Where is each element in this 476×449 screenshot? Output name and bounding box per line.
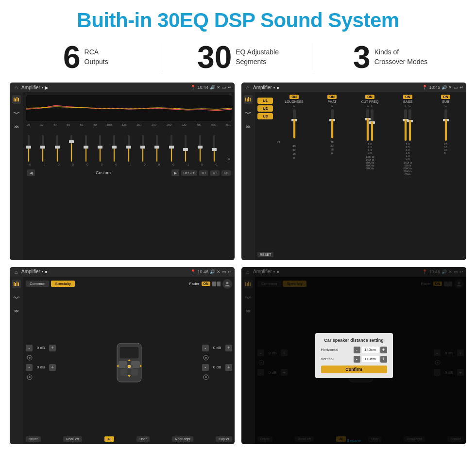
feature-text-eq: EQ Adjustable Segments (236, 48, 279, 67)
feature-number-crossover: 3 (353, 42, 371, 73)
eq-slider-7[interactable] (128, 135, 130, 162)
amp-u3-btn[interactable]: U3 (257, 113, 273, 119)
status-icons-3: 📍 10:46 🔊 ✕ ▭ ↩ (190, 269, 232, 274)
dialog-vertical-minus[interactable]: - (354, 356, 360, 363)
svg-rect-8 (250, 98, 251, 101)
eq-slider-1[interactable] (42, 135, 44, 162)
cs-specialty-btn[interactable]: Specialty (51, 281, 74, 287)
svg-rect-10 (15, 283, 16, 286)
cs-common-btn[interactable]: Common (26, 281, 49, 287)
sub-slider[interactable] (444, 109, 447, 141)
cs-rearright-btn[interactable]: RearRight (172, 436, 193, 442)
cutfreq-on-badge[interactable]: ON (365, 95, 374, 99)
loudness-slider[interactable] (293, 109, 296, 138)
eq-slider-10[interactable] (170, 135, 172, 162)
cutfreq-slider-f[interactable] (371, 109, 374, 141)
cs-tr-plus[interactable]: + (225, 345, 232, 351)
cs-driver-btn[interactable]: Driver (26, 436, 41, 442)
eq-main-area: 25 32 40 50 63 80 100 125 160 200 250 32… (23, 92, 235, 260)
sidebar-eq-icon-3[interactable] (12, 280, 21, 288)
cs-all-btn[interactable]: All (104, 436, 114, 442)
svg-rect-7 (248, 97, 249, 101)
cs-fader-toggle[interactable] (212, 282, 221, 286)
svg-rect-23 (131, 369, 138, 376)
sidebar-arrow-icon[interactable] (12, 122, 21, 131)
home-icon-1[interactable]: ⌂ (13, 84, 19, 91)
dialog-confirm-button[interactable]: Confirm (321, 366, 387, 373)
cs-br-plus[interactable]: + (225, 364, 232, 371)
speaker-distance-dialog: Car speaker distance setting Horizontal … (315, 333, 393, 378)
eq-u3-btn[interactable]: U3 (221, 170, 231, 176)
eq-slider-3[interactable] (70, 135, 72, 162)
dialog-overlay: Car speaker distance setting Horizontal … (241, 267, 466, 445)
eq-slider-5[interactable] (99, 135, 101, 162)
eq-slider-11[interactable] (185, 135, 187, 162)
home-icon-3[interactable]: ⌂ (13, 268, 19, 275)
cutfreq-slider-g[interactable] (366, 109, 369, 141)
cs-on-badge[interactable]: ON (202, 282, 211, 286)
cs-br-minus[interactable]: - (202, 364, 209, 371)
cs-bl-value: 0 dB (34, 365, 48, 369)
cs-copilot-btn[interactable]: Copilot (216, 436, 232, 442)
bass-slider-g[interactable] (408, 109, 411, 141)
eq-next-btn[interactable]: ▶ (171, 169, 179, 176)
back-icon-1[interactable]: ↩ (228, 85, 232, 90)
sidebar-wave-icon-2[interactable] (244, 109, 253, 117)
cs-tr-minus[interactable]: - (202, 345, 209, 351)
status-title-2: Amplifier ▪ ● (253, 85, 420, 90)
sidebar-wave-icon-3[interactable] (12, 293, 21, 302)
dialog-vertical-plus[interactable]: + (380, 356, 387, 363)
bass-slider-f[interactable] (404, 109, 407, 141)
status-icons-2: 📍 10:45 🔊 ✕ ▭ ↩ (422, 85, 463, 90)
amp-u2-btn[interactable]: U2 (257, 105, 273, 112)
svg-point-15 (29, 357, 31, 359)
dialog-vertical-controls: - 110cm + (354, 356, 387, 363)
amp-bass-channel: ON BASS FG (390, 95, 426, 248)
eq-u1-btn[interactable]: U1 (199, 170, 208, 176)
phat-slider[interactable] (331, 109, 334, 138)
cs-bl-plus[interactable]: + (49, 364, 56, 371)
back-icon-2[interactable]: ↩ (459, 85, 463, 90)
home-icon-2[interactable]: ⌂ (244, 84, 251, 91)
sidebar-arrow-icon-3[interactable] (12, 307, 21, 316)
dialog-horizontal-minus[interactable]: - (354, 347, 360, 353)
cs-right-channels: - 0 dB + - (202, 291, 232, 435)
cs-tl-minus[interactable]: - (26, 345, 33, 351)
eq-slider-9[interactable] (156, 135, 158, 162)
loudness-label: LOUDNESS (285, 100, 304, 103)
back-icon-3[interactable]: ↩ (228, 269, 232, 274)
dialog-horizontal-plus[interactable]: + (380, 347, 387, 353)
sub-label: SUB (442, 100, 449, 103)
eq-slider-12[interactable] (199, 135, 201, 162)
cs-bl-minus[interactable]: - (26, 364, 33, 371)
cs-rearleft-btn[interactable]: RearLeft (63, 436, 82, 442)
eq-u2-btn[interactable]: U2 (210, 170, 220, 176)
left-sidebar-1 (10, 92, 23, 260)
eq-slider-2[interactable] (56, 135, 58, 162)
sub-on-badge[interactable]: ON (441, 95, 450, 99)
window-icon-3: ▭ (222, 269, 226, 274)
eq-slider-4[interactable] (85, 135, 87, 162)
cs-tl-plus[interactable]: + (49, 345, 56, 351)
amp-sub-channel: ON SUB G 2015105 (427, 95, 464, 248)
amp-presets: U1 U2 U3 (257, 95, 274, 248)
sidebar-arrow-icon-2[interactable] (244, 122, 253, 131)
sidebar-wave-icon[interactable] (12, 109, 21, 117)
eq-slider-13[interactable] (213, 135, 215, 162)
eq-slider-6[interactable] (113, 135, 115, 162)
amp-u1-btn[interactable]: U1 (257, 98, 273, 104)
sidebar-eq-icon[interactable] (12, 95, 21, 104)
amp-reset-btn[interactable]: RESET (257, 252, 273, 257)
eq-reset-btn[interactable]: RESET (181, 170, 197, 176)
dialog-horizontal-value: 140cm (362, 347, 379, 353)
eq-expand-icon[interactable]: » (227, 156, 230, 162)
cs-profile-icon[interactable] (222, 279, 232, 289)
eq-slider-8[interactable] (142, 135, 144, 162)
bass-on-badge[interactable]: ON (403, 95, 412, 99)
sidebar-eq-icon-2[interactable] (244, 95, 253, 104)
loudness-on-badge[interactable]: ON (289, 95, 299, 99)
eq-prev-btn[interactable]: ◀ (27, 169, 35, 176)
phat-on-badge[interactable]: ON (327, 95, 337, 99)
eq-slider-0[interactable] (28, 135, 30, 162)
cs-user-btn[interactable]: User (136, 436, 150, 442)
